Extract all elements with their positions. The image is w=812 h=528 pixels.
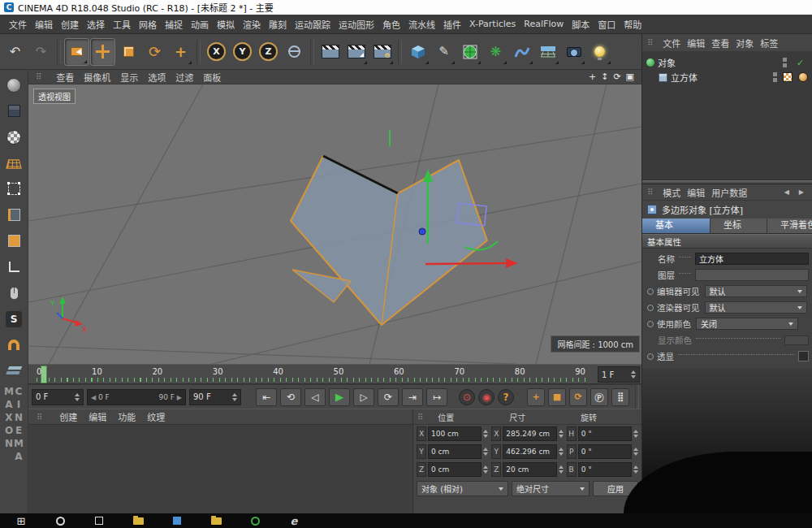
rotation-h-field[interactable]: 0 ° [578, 426, 632, 441]
cortana-search-button[interactable] [52, 514, 68, 527]
end-frame-field[interactable]: 90 F [189, 389, 241, 405]
prev-frame-button[interactable]: ◁ [304, 388, 326, 406]
key-position-button[interactable]: + [527, 388, 545, 406]
prev-key-button[interactable]: ⟲ [280, 388, 301, 406]
history-forward-icon[interactable]: ▶ [796, 188, 807, 197]
anim-dot-icon[interactable] [647, 288, 654, 295]
record-keyframe-button[interactable]: ⊙ [459, 389, 475, 405]
key-parameter-button[interactable]: Ⓟ [590, 388, 608, 406]
perspective-viewport[interactable]: Y X 透视视图 网格间距 : 1000 cm [28, 84, 641, 364]
frame-stepper[interactable] [631, 370, 636, 379]
coord-mode-select[interactable]: 对象 (相对) [417, 481, 508, 496]
phong-tag-icon[interactable] [798, 72, 808, 82]
stepper[interactable] [559, 448, 564, 456]
viewport-menu-item[interactable]: 查看 [51, 70, 79, 84]
stepper[interactable] [559, 465, 564, 474]
attribute-menu-item[interactable]: 编辑 [684, 185, 708, 200]
position-y-field[interactable]: 0 cm [428, 444, 482, 459]
viewport-menu-item[interactable]: 面板 [198, 70, 226, 84]
start-frame-field[interactable]: 0 F [32, 389, 84, 405]
history-back-icon[interactable]: ◀ [781, 188, 793, 197]
texture-tag-icon[interactable] [783, 72, 793, 82]
timeline-ruler[interactable]: 0102030405060708090 1 F [28, 364, 641, 384]
view-label[interactable]: 透视视图 [33, 89, 76, 104]
toggle-views-icon[interactable]: ▣ [626, 71, 634, 82]
zoom-view-icon[interactable]: ↕ [601, 71, 608, 82]
texture-mode-button[interactable] [2, 126, 25, 148]
rotate-view-icon[interactable]: ⟳ [613, 71, 620, 82]
use-color-select[interactable]: 关闭 [696, 318, 798, 330]
last-tool-button[interactable]: + [168, 38, 193, 66]
stepper[interactable] [633, 448, 638, 456]
rotation-p-field[interactable]: 0 ° [578, 444, 632, 459]
menu-item[interactable]: 插件 [439, 15, 465, 33]
object-manager-menu-item[interactable]: 对象 [732, 36, 757, 50]
size-z-field[interactable]: 20 cm [503, 462, 556, 477]
menu-item[interactable]: 编辑 [31, 15, 57, 33]
basic-properties-section[interactable]: 基本属性 [642, 234, 812, 249]
app-green-button[interactable] [247, 514, 263, 527]
start-button[interactable]: ⊞ [13, 514, 29, 527]
xray-checkbox[interactable] [798, 351, 809, 361]
edge-browser-button[interactable]: e [286, 514, 302, 527]
record-options-button[interactable]: ? [498, 389, 514, 405]
render-view-button[interactable] [317, 38, 343, 66]
light-button[interactable] [587, 38, 612, 66]
object-manager-menu-item[interactable]: 文件 [659, 36, 684, 50]
menu-item[interactable]: 渲染 [239, 15, 265, 33]
workplane-mode-button[interactable] [2, 152, 25, 174]
viewport-menu-item[interactable]: 选项 [143, 70, 171, 84]
goto-start-button[interactable]: ⇤ [256, 388, 277, 406]
tab-basic[interactable]: 基本 [642, 219, 710, 233]
menu-item[interactable]: 雕刻 [265, 15, 291, 33]
layer-button[interactable] [695, 269, 809, 281]
key-rotation-button[interactable]: ⟳ [569, 388, 587, 406]
display-color-swatch[interactable] [784, 335, 809, 345]
stepper[interactable] [633, 430, 638, 438]
viewport-solo-button[interactable] [2, 282, 25, 304]
menu-item[interactable]: 窗口 [594, 15, 620, 33]
snap-button[interactable]: S [2, 308, 25, 330]
position-x-field[interactable]: 100 cm [428, 426, 482, 441]
object-manager-menu-item[interactable]: 编辑 [684, 36, 708, 50]
scale-tool-button[interactable] [116, 38, 141, 66]
menu-item[interactable]: 网格 [135, 15, 161, 33]
pen-tool-button[interactable]: ✎ [431, 38, 456, 66]
menu-item[interactable]: 运动图形 [335, 15, 378, 33]
add-cube-button[interactable] [405, 38, 430, 66]
object-manager-menu-item[interactable]: 标签 [757, 36, 781, 50]
mograph-button[interactable]: ❋ [483, 38, 508, 66]
loop-button[interactable]: ↦ [426, 388, 447, 406]
material-menu-item[interactable]: 创建 [54, 409, 83, 424]
panel-handle-icon[interactable]: ⠿ [644, 37, 656, 48]
key-pla-button[interactable]: ⣿ [611, 388, 629, 406]
material-menu-item[interactable]: 编辑 [83, 409, 112, 424]
menu-item[interactable]: 动画 [187, 15, 213, 33]
model-mode-button[interactable] [2, 100, 25, 122]
tab-coordinates[interactable]: 坐标 [710, 219, 767, 233]
object-tree-item[interactable]: 对象 ✓ [642, 55, 812, 70]
panel-handle-icon[interactable]: ⠿ [644, 187, 656, 197]
pan-view-icon[interactable]: + [589, 71, 596, 82]
anim-dot-icon[interactable] [647, 305, 654, 311]
visibility-toggles[interactable] [773, 72, 777, 82]
play-button[interactable]: ▶ [329, 388, 350, 406]
size-y-field[interactable]: 462.296 cm [503, 444, 556, 459]
stepper[interactable] [633, 465, 638, 474]
menu-item[interactable]: 运动跟踪 [291, 15, 335, 33]
workplane-lock-button[interactable] [2, 360, 25, 382]
render-visible-select[interactable]: 默认 [705, 301, 807, 314]
position-z-field[interactable]: 0 cm [428, 462, 482, 477]
preview-range-slider[interactable]: ◀ 0 F 90 F ▶ [87, 389, 186, 405]
stepper[interactable] [483, 465, 488, 474]
menu-item[interactable]: RealFlow [520, 16, 568, 32]
folder-button[interactable] [208, 514, 224, 527]
edges-mode-button[interactable] [2, 204, 25, 226]
deformer-button[interactable] [509, 38, 534, 66]
menu-item[interactable]: 帮助 [620, 15, 646, 33]
file-explorer-button[interactable] [130, 514, 146, 527]
coord-system-button[interactable] [282, 38, 307, 66]
lock-z-button[interactable]: Z [256, 38, 281, 66]
menu-item[interactable]: 选择 [83, 15, 109, 33]
menu-item[interactable]: 角色 [378, 15, 404, 33]
